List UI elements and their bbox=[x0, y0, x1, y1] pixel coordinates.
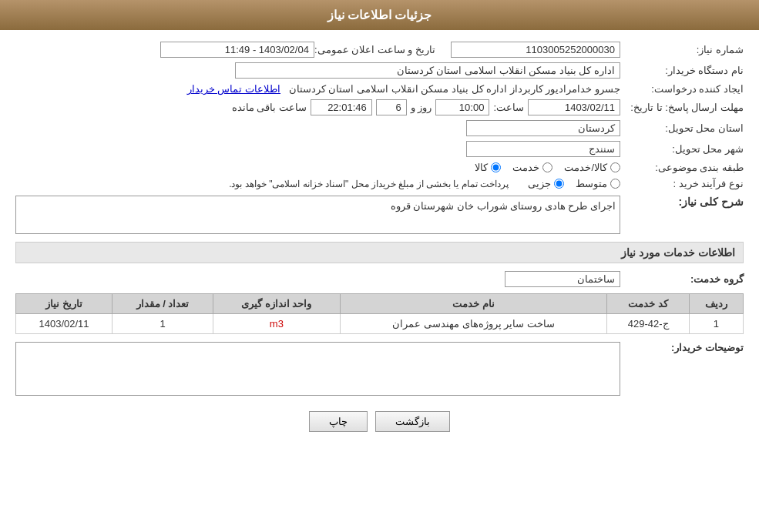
row-shahr: شهر محل تحویل: سنندج bbox=[15, 141, 744, 157]
ijad-value: جسرو خدامرادیور کاربرداز اداره کل بنیاد … bbox=[15, 83, 620, 95]
name-dastgah-value: اداره کل بنیاد مسکن انقلاب اسلامی استان … bbox=[235, 62, 620, 79]
cell-vahed: m3 bbox=[213, 314, 340, 334]
tozihat-label: توضیحات خریدار: bbox=[620, 342, 744, 353]
services-table: ردیف کد خدمت نام خدمت واحد اندازه گیری ت… bbox=[15, 293, 744, 334]
radio-khedmat[interactable]: خدمت bbox=[512, 162, 552, 173]
ijad-label: ایجاد کننده درخواست: bbox=[620, 83, 744, 95]
page-title: جزئیات اطلاعات نیاز bbox=[327, 8, 432, 22]
shahr-label: شهر محل تحویل: bbox=[620, 143, 744, 155]
services-section-title: اطلاعات خدمات مورد نیاز bbox=[15, 242, 744, 263]
row-mohlat: مهلت ارسال پاسخ: تا تاریخ: 1403/02/11 سا… bbox=[15, 99, 744, 115]
btn-back[interactable]: بازگشت bbox=[375, 411, 450, 432]
row-ijad: ایجاد کننده درخواست: جسرو خدامرادیور کار… bbox=[15, 83, 744, 95]
group-khedmat-label: گروه خدمت: bbox=[620, 273, 744, 285]
remaining-label: ساعت باقی مانده bbox=[228, 102, 311, 113]
radio-kala-khedmat[interactable]: کالا/خدمت bbox=[564, 162, 620, 173]
sharh-label: شرح کلی نیاز: bbox=[620, 196, 744, 208]
shomara-value: 1103005252000030 bbox=[451, 42, 620, 58]
row-tabaqe: طبقه بندی موضوعی: کالا/خدمت خدمت کالا bbox=[15, 162, 744, 173]
mohlat-saat-label: ساعت: bbox=[489, 102, 528, 113]
sharh-value: اجرای طرح هادی روستای شوراب خان شهرستان … bbox=[15, 196, 620, 234]
col-tedad: تعداد / مقدار bbox=[113, 294, 213, 314]
ettelaat-tamas-link[interactable]: اطلاعات تماس خریدار bbox=[187, 83, 280, 95]
tarikh-label: تاریخ و ساعت اعلان عمومی: bbox=[314, 44, 451, 55]
radio-kala[interactable]: کالا bbox=[475, 162, 501, 173]
row-group-khedmat: گروه خدمت: ساختمان bbox=[15, 271, 744, 287]
mohlat-remaining: 22:01:46 bbox=[311, 99, 372, 115]
ostan-label: استان محل تحویل: bbox=[620, 122, 744, 134]
main-content: شماره نیاز: 1103005252000030 تاریخ و ساع… bbox=[0, 30, 759, 455]
btn-print[interactable]: چاپ bbox=[309, 411, 368, 432]
cell-tarikh: 1403/02/11 bbox=[16, 314, 113, 334]
row-shomara: شماره نیاز: 1103005252000030 تاریخ و ساع… bbox=[15, 42, 744, 58]
radio-motavaset[interactable]: متوسط bbox=[576, 178, 620, 189]
mohlat-date: 1403/02/11 bbox=[528, 99, 620, 115]
row-name-dastgah: نام دستگاه خریدار: اداره کل بنیاد مسکن ا… bbox=[15, 62, 744, 79]
page-header: جزئیات اطلاعات نیاز bbox=[0, 0, 759, 30]
tarikh-value: 1403/02/04 - 11:49 bbox=[160, 42, 314, 58]
row-tozihat: توضیحات خریدار: bbox=[15, 342, 744, 396]
btn-group: بازگشت چاپ bbox=[15, 411, 744, 432]
col-name: نام خدمت bbox=[340, 294, 607, 314]
tabaqe-label: طبقه بندی موضوعی: bbox=[620, 162, 744, 173]
cell-name: ساخت سایر پروژه‌های مهندسی عمران bbox=[340, 314, 607, 334]
farayand-desc: پرداخت تمام یا بخشی از مبلغ خریداز محل "… bbox=[229, 179, 509, 189]
mohlat-rooz: 6 bbox=[376, 99, 407, 115]
farayand-label: نوع فرآیند خرید : bbox=[620, 178, 744, 189]
mohlat-label: مهلت ارسال پاسخ: تا تاریخ: bbox=[620, 102, 744, 113]
col-kod: کد خدمت bbox=[607, 294, 689, 314]
col-tarikh: تاریخ نیاز bbox=[16, 294, 113, 314]
cell-tedad: 1 bbox=[113, 314, 213, 334]
row-ostan: استان محل تحویل: کردستان bbox=[15, 120, 744, 136]
row-farayand: نوع فرآیند خرید : متوسط جزیی پرداخت تمام… bbox=[15, 178, 744, 189]
tabaqe-radio-group: کالا/خدمت خدمت کالا bbox=[475, 162, 620, 173]
name-dastgah-label: نام دستگاه خریدار: bbox=[620, 65, 744, 76]
ostan-value: کردستان bbox=[466, 120, 620, 136]
col-vahed: واحد اندازه گیری bbox=[213, 294, 340, 314]
table-row: 1ج-42-429ساخت سایر پروژه‌های مهندسی عمرا… bbox=[16, 314, 744, 334]
mohlat-rooz-label: روز و bbox=[407, 102, 436, 113]
row-sharh: شرح کلی نیاز: اجرای طرح هادی روستای شورا… bbox=[15, 196, 744, 234]
radio-jozyi[interactable]: جزیی bbox=[528, 178, 564, 189]
shahr-value: سنندج bbox=[466, 141, 620, 157]
group-khedmat-value: ساختمان bbox=[505, 271, 620, 287]
shomara-label: شماره نیاز: bbox=[620, 44, 744, 55]
mohlat-saat: 10:00 bbox=[435, 99, 489, 115]
tozihat-textarea[interactable] bbox=[15, 342, 620, 396]
cell-kod: ج-42-429 bbox=[607, 314, 689, 334]
cell-radif: 1 bbox=[689, 314, 743, 334]
farayand-radio-group: متوسط جزیی پرداخت تمام یا بخشی از مبلغ خ… bbox=[15, 178, 620, 189]
col-radif: ردیف bbox=[689, 294, 743, 314]
